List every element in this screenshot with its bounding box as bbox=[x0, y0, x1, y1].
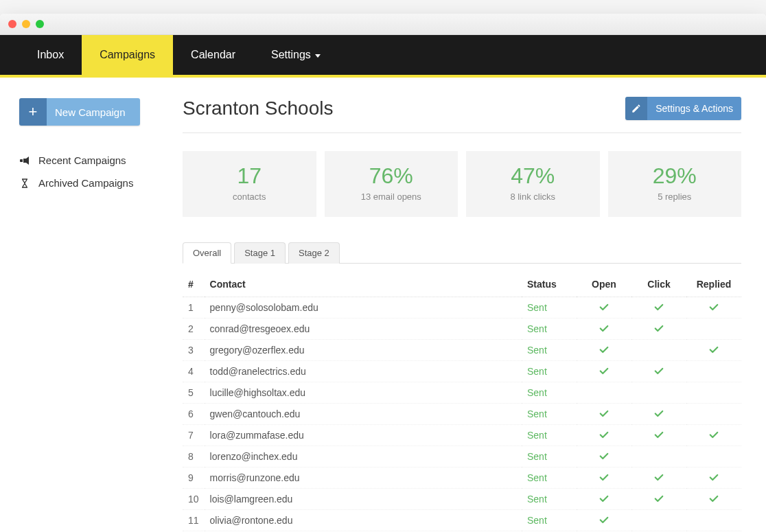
hourglass-icon bbox=[19, 178, 30, 189]
stat-card: 29%5 replies bbox=[608, 151, 742, 217]
cell-num: 6 bbox=[183, 404, 205, 425]
cell-status: Sent bbox=[522, 361, 577, 382]
stat-card: 76%13 email opens bbox=[325, 151, 459, 217]
cell-contact: lorenzo@inchex.edu bbox=[205, 446, 522, 467]
nav-tab-calendar[interactable]: Calendar bbox=[173, 35, 253, 75]
megaphone-icon bbox=[19, 155, 30, 166]
window-titlebar bbox=[0, 14, 766, 35]
table-row[interactable]: 1penny@solosolobam.eduSent bbox=[183, 297, 741, 319]
table-row[interactable]: 2conrad@tresgeoex.eduSent bbox=[183, 319, 741, 340]
cell-status: Sent bbox=[522, 489, 577, 510]
stat-value: 47% bbox=[473, 163, 593, 189]
cell-open bbox=[577, 340, 631, 361]
check-icon bbox=[599, 472, 609, 483]
check-icon bbox=[599, 515, 609, 526]
sidebar-link-recent-campaigns[interactable]: Recent Campaigns bbox=[19, 149, 148, 172]
subtabs: OverallStage 1Stage 2 bbox=[183, 242, 741, 264]
cell-click bbox=[631, 404, 686, 425]
cell-status: Sent bbox=[522, 404, 577, 425]
stat-value: 76% bbox=[332, 163, 452, 189]
col-open: Open bbox=[577, 272, 631, 297]
subtab-stage-2[interactable]: Stage 2 bbox=[288, 242, 340, 264]
table-row[interactable]: 6gwen@cantouch.eduSent bbox=[183, 404, 741, 425]
check-icon bbox=[599, 345, 609, 356]
sidebar-link-label: Archived Campaigns bbox=[38, 177, 133, 189]
table-row[interactable]: 11olivia@rontone.eduSent bbox=[183, 510, 741, 531]
stat-card: 47%8 link clicks bbox=[466, 151, 600, 217]
plus-icon: + bbox=[19, 98, 47, 126]
chevron-down-icon bbox=[315, 54, 321, 58]
cell-contact: gregory@ozerflex.edu bbox=[205, 340, 522, 361]
subtab-overall[interactable]: Overall bbox=[183, 242, 231, 264]
cell-status: Sent bbox=[522, 425, 577, 446]
cell-num: 8 bbox=[183, 446, 205, 467]
table-row[interactable]: 4todd@ranelectrics.eduSent bbox=[183, 361, 741, 382]
cell-status: Sent bbox=[522, 319, 577, 340]
new-campaign-button[interactable]: + New Campaign bbox=[19, 98, 140, 126]
cell-replied bbox=[686, 510, 741, 531]
cell-click bbox=[631, 446, 686, 467]
check-icon bbox=[709, 302, 719, 313]
cell-replied bbox=[686, 467, 741, 489]
cell-open bbox=[577, 382, 631, 404]
cell-click bbox=[631, 340, 686, 361]
window-zoom-button[interactable] bbox=[36, 20, 44, 28]
stat-value: 17 bbox=[189, 163, 310, 189]
nav-tab-inbox[interactable]: Inbox bbox=[19, 35, 82, 75]
table-row[interactable]: 7lora@zummafase.eduSent bbox=[183, 425, 741, 446]
cell-open bbox=[577, 510, 631, 531]
cell-open bbox=[577, 425, 631, 446]
stat-sub: 5 replies bbox=[615, 192, 735, 202]
cell-num: 11 bbox=[183, 510, 205, 531]
col-replied: Replied bbox=[686, 272, 741, 297]
nav-tab-campaigns[interactable]: Campaigns bbox=[82, 35, 173, 75]
sidebar: + New Campaign Recent CampaignsArchived … bbox=[0, 78, 158, 532]
stat-sub: contacts bbox=[189, 192, 310, 202]
subtab-stage-1[interactable]: Stage 1 bbox=[234, 242, 286, 264]
col-contact: Contact bbox=[205, 272, 522, 297]
pencil-icon bbox=[625, 97, 647, 120]
cell-click bbox=[631, 425, 686, 446]
cell-num: 3 bbox=[183, 340, 205, 361]
cell-click bbox=[631, 489, 686, 510]
window-close-button[interactable] bbox=[8, 20, 16, 28]
table-row[interactable]: 8lorenzo@inchex.eduSent bbox=[183, 446, 741, 467]
cell-contact: todd@ranelectrics.edu bbox=[205, 361, 522, 382]
stat-card: 17contacts bbox=[183, 151, 316, 217]
cell-replied bbox=[686, 382, 741, 404]
table-row[interactable]: 3gregory@ozerflex.eduSent bbox=[183, 340, 741, 361]
window-minimize-button[interactable] bbox=[22, 20, 30, 28]
cell-open bbox=[577, 319, 631, 340]
nav-tab-label: Campaigns bbox=[100, 49, 155, 61]
cell-contact: olivia@rontone.edu bbox=[205, 510, 522, 531]
nav-tab-settings[interactable]: Settings bbox=[253, 35, 338, 75]
cell-click bbox=[631, 361, 686, 382]
check-icon bbox=[654, 472, 664, 483]
check-icon bbox=[599, 451, 609, 462]
cell-contact: penny@solosolobam.edu bbox=[205, 297, 522, 319]
main-header: Scranton Schools Settings & Actions bbox=[183, 97, 741, 133]
stat-sub: 8 link clicks bbox=[473, 192, 593, 202]
table-row[interactable]: 10lois@lamgreen.eduSent bbox=[183, 489, 741, 510]
check-icon bbox=[654, 430, 664, 441]
cell-click bbox=[631, 382, 686, 404]
cell-status: Sent bbox=[522, 340, 577, 361]
check-icon bbox=[599, 302, 609, 313]
cell-num: 1 bbox=[183, 297, 205, 319]
sidebar-link-label: Recent Campaigns bbox=[38, 154, 126, 166]
check-icon bbox=[709, 430, 719, 441]
check-icon bbox=[709, 472, 719, 483]
check-icon bbox=[599, 366, 609, 377]
cell-open bbox=[577, 467, 631, 489]
table-row[interactable]: 9morris@runzone.eduSent bbox=[183, 467, 741, 489]
cell-replied bbox=[686, 404, 741, 425]
cell-click bbox=[631, 319, 686, 340]
sidebar-link-archived-campaigns[interactable]: Archived Campaigns bbox=[19, 172, 148, 194]
cell-status: Sent bbox=[522, 382, 577, 404]
table-row[interactable]: 5lucille@highsoltax.eduSent bbox=[183, 382, 741, 404]
check-icon bbox=[654, 494, 664, 505]
settings-actions-button[interactable]: Settings & Actions bbox=[625, 97, 741, 120]
main-panel: Scranton Schools Settings & Actions 17co… bbox=[158, 78, 766, 532]
stat-sub: 13 email opens bbox=[332, 192, 452, 202]
cell-open bbox=[577, 446, 631, 467]
